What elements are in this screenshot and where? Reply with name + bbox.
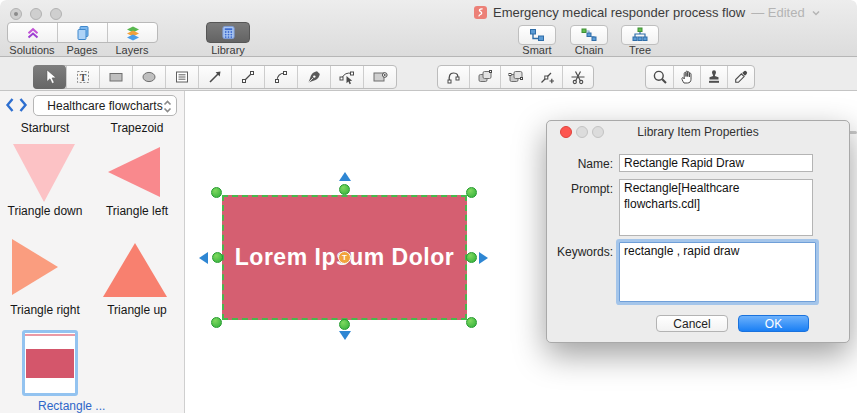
text-tool[interactable]: T	[66, 66, 99, 88]
rectangle-thumb-outline	[25, 334, 75, 336]
split-tool[interactable]	[562, 66, 593, 88]
prompt-field[interactable]: Rectangle[Healthcare flowcharts.cdl]	[619, 179, 813, 236]
node-edit-tool[interactable]	[330, 66, 363, 88]
library-label: Library	[206, 44, 250, 56]
library-item-rectangle-label[interactable]: Rectangle ...	[38, 399, 105, 413]
forward-chevron-icon[interactable]	[17, 94, 29, 116]
window-title-group: Emergency medical responder process flow…	[474, 5, 821, 20]
ok-button-label: OK	[765, 317, 782, 331]
selection-handle-top-right[interactable]	[466, 187, 477, 198]
library-item-triangle-left[interactable]	[108, 147, 160, 197]
add-point-tool[interactable]	[531, 66, 562, 88]
connect-arrow-up-icon[interactable]	[339, 172, 351, 181]
library-item-triangle-up-label[interactable]: Triangle up	[92, 303, 182, 317]
titlebar: Solutions Pages Layers Library Emergency…	[0, 0, 857, 57]
dialog-titlebar[interactable]: Library Item Properties	[547, 121, 849, 143]
solutions-icon	[25, 25, 41, 41]
ellipse-tool[interactable]	[132, 66, 165, 88]
library-item-rectangle-selected[interactable]	[22, 330, 78, 396]
title-dropdown-chevron-icon[interactable]	[811, 9, 821, 17]
rectangle-thumb-shape	[26, 349, 74, 378]
library-item-trapezoid-label[interactable]: Trapezoid	[92, 121, 182, 135]
ungroup-tool[interactable]	[500, 66, 531, 88]
panel-switcher	[7, 22, 158, 43]
tree-connector-icon	[632, 27, 648, 43]
stamp-tool[interactable]	[700, 66, 727, 88]
selection-handle-top-middle[interactable]	[339, 184, 350, 195]
chain-connector-button[interactable]	[570, 25, 608, 45]
pages-label: Pages	[57, 44, 107, 56]
layers-icon	[125, 25, 141, 41]
library-item-triangle-down-label[interactable]: Triangle down	[0, 204, 90, 218]
dialog-title: Library Item Properties	[547, 125, 849, 139]
connect-arrow-down-icon[interactable]	[339, 331, 351, 340]
ok-button[interactable]: OK	[738, 315, 809, 332]
app-window: Solutions Pages Layers Library Emergency…	[0, 0, 857, 413]
solutions-label: Solutions	[7, 44, 57, 56]
library-item-properties-dialog: Library Item Properties Name: Prompt: Re…	[546, 120, 850, 343]
selection-handle-bottom-left[interactable]	[211, 317, 222, 328]
cancel-button-label: Cancel	[673, 317, 710, 331]
selection-handle-top-left[interactable]	[211, 187, 222, 198]
layers-button[interactable]	[107, 23, 157, 42]
pointer-tool[interactable]	[33, 65, 66, 89]
dropdown-stepper-icon	[162, 99, 173, 114]
name-field[interactable]	[619, 154, 813, 172]
document-icon	[474, 6, 487, 19]
eyedropper-tool[interactable]	[727, 66, 754, 88]
prompt-label: Prompt:	[551, 182, 613, 196]
solutions-button[interactable]	[8, 23, 57, 42]
tree-connector-button[interactable]	[621, 25, 659, 45]
pages-icon	[75, 25, 91, 41]
library-item-starburst-label[interactable]: Starburst	[0, 121, 90, 135]
library-item-triangle-down[interactable]	[13, 144, 75, 202]
chain-label: Chain	[570, 44, 608, 56]
close-button[interactable]	[10, 8, 22, 20]
hotspot-tool[interactable]	[363, 66, 396, 88]
connect-arrow-right-icon[interactable]	[479, 252, 488, 264]
drawing-toolbar: T	[0, 57, 857, 91]
tree-label: Tree	[621, 44, 659, 56]
back-chevron-icon[interactable]	[4, 94, 16, 116]
connect-arrow-left-icon[interactable]	[199, 252, 208, 264]
textblock-tool[interactable]	[165, 66, 198, 88]
minimize-button[interactable]	[30, 8, 42, 20]
smart-connector-button[interactable]	[518, 25, 556, 45]
text-control-glyph: T	[342, 253, 347, 262]
layers-label: Layers	[107, 44, 157, 56]
svg-text:T: T	[80, 72, 87, 83]
cancel-button[interactable]: Cancel	[656, 315, 728, 332]
window-title: Emergency medical responder process flow	[493, 5, 745, 20]
library-item-triangle-left-label[interactable]: Triangle left	[92, 204, 182, 218]
arc-tool[interactable]	[264, 66, 297, 88]
library-panel: Healthcare flowcharts Starburst Trapezoi…	[0, 91, 185, 413]
text-control-badge[interactable]: T	[338, 251, 351, 264]
library-icon	[221, 25, 236, 40]
rectangle-tool[interactable]	[99, 66, 132, 88]
keywords-label: Keywords:	[551, 245, 613, 259]
spline-tool[interactable]	[438, 66, 469, 88]
library-button[interactable]	[206, 22, 250, 43]
pen-tool[interactable]	[297, 66, 330, 88]
line-tool[interactable]	[231, 66, 264, 88]
arrow-tool[interactable]	[198, 66, 231, 88]
pages-button[interactable]	[57, 23, 107, 42]
keywords-field[interactable]: rectangle , rapid draw	[619, 242, 816, 302]
selection-handle-bottom-right[interactable]	[466, 317, 477, 328]
group-tool[interactable]	[469, 66, 500, 88]
library-item-triangle-right-label[interactable]: Triangle right	[0, 303, 90, 317]
zoom-tool[interactable]	[646, 66, 673, 88]
selection-handle-middle-right[interactable]	[466, 252, 477, 263]
smart-connector-icon	[529, 27, 545, 43]
stencil-dropdown[interactable]: Healthcare flowcharts	[33, 95, 177, 116]
selection-handle-middle-left[interactable]	[212, 252, 223, 263]
name-label: Name:	[551, 157, 613, 171]
library-item-triangle-right[interactable]	[12, 239, 58, 295]
library-item-triangle-up[interactable]	[103, 243, 167, 297]
chain-connector-icon	[581, 27, 597, 43]
window-title-edited: — Edited	[751, 5, 804, 20]
selection-handle-bottom-middle[interactable]	[339, 319, 350, 330]
smart-label: Smart	[518, 44, 556, 56]
pan-tool[interactable]	[673, 66, 700, 88]
zoom-window-button[interactable]	[50, 8, 62, 20]
